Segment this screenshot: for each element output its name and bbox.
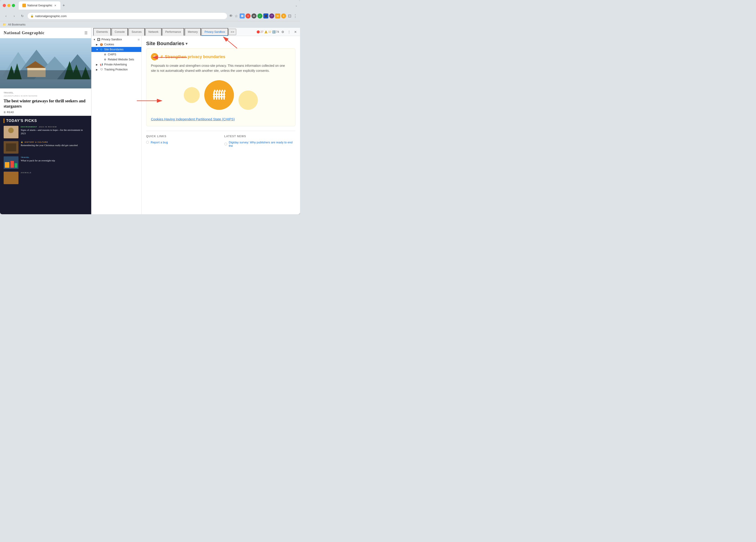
list-item[interactable]: ANIMALS — [4, 172, 88, 184]
pick-title: What to pack for an overnight trip — [21, 159, 88, 162]
bookmarks-label[interactable]: All Bookmarks — [8, 23, 26, 26]
collapse-icon: ▼ — [96, 48, 99, 51]
pick-tag: ANIMALS — [21, 172, 88, 174]
forward-button[interactable]: › — [11, 13, 17, 19]
circle-decoration-1 — [184, 87, 200, 103]
back-button[interactable]: ‹ — [3, 13, 9, 19]
settings-button[interactable]: ⚙ — [280, 29, 285, 35]
menu-icon[interactable]: ☰ — [84, 31, 88, 35]
pick-content: ANIMALS — [21, 172, 88, 174]
extension-icon-2[interactable]: ● — [246, 13, 251, 18]
quick-links-column: QUICK LINKS Report a bug — [146, 135, 217, 148]
browser-tab[interactable]: National Geographic ✕ — [19, 1, 60, 10]
profile-icon[interactable]: ⊡ — [288, 13, 291, 18]
tab-network[interactable]: Network — [145, 28, 162, 36]
bookmarks-icon: 📁 — [3, 23, 6, 26]
report-bug-link[interactable]: Report a bug — [146, 141, 217, 144]
tree-label: Related Website Sets — [108, 58, 134, 61]
privacy-sandbox-icon: 🔲 — [97, 38, 101, 41]
svg-marker-29 — [218, 89, 221, 92]
list-item[interactable]: 🔒 HISTORY & CULTURE Remembering the year… — [4, 141, 88, 154]
info-badge: ℹ️ 74 — [272, 30, 279, 34]
hero-read-button[interactable]: ☰ READ — [4, 111, 88, 114]
tree-item-private-advertising[interactable]: ▶ 📢 Private Advertising — [91, 62, 141, 67]
svg-rect-26 — [223, 92, 225, 100]
site-boundaries-icon: 🔷 — [100, 48, 103, 51]
tab-memory[interactable]: Memory — [185, 28, 201, 36]
pick-tag: ENVIRONMENT 2023 IN REVIEW — [21, 126, 88, 128]
link-dot-icon — [146, 141, 149, 144]
link-dot-icon — [224, 143, 227, 145]
more-tabs-button[interactable]: >> — [229, 29, 236, 35]
tree-item-chips[interactable]: ⚙ CHIPS — [91, 52, 141, 57]
toolbar: ‹ › ↻ 🔒 nationalgeographic.com 👁 ☆ ⬜ ● 2… — [0, 11, 300, 21]
address-bar[interactable]: 🔒 nationalgeographic.com — [27, 13, 227, 19]
minimize-button[interactable] — [7, 4, 10, 7]
star-icon[interactable]: ☆ — [235, 14, 238, 18]
close-devtools-button[interactable]: ✕ — [293, 29, 298, 35]
reload-button[interactable]: ↻ — [19, 13, 26, 19]
tab-console[interactable]: Console — [111, 28, 128, 36]
svg-rect-25 — [221, 92, 222, 100]
new-tab-button[interactable]: + — [60, 2, 67, 9]
list-item[interactable]: TRAVEL What to pack for an overnight tri… — [4, 156, 88, 169]
svg-marker-27 — [213, 89, 216, 92]
maximize-button[interactable] — [12, 4, 15, 7]
tab-title: National Geographic — [27, 4, 52, 7]
today-picks: TODAY'S PICKS ENVIRONMENT 2023 IN REVIEW… — [0, 116, 91, 214]
devtools-actions: 🔴 27 ⚠️ 32 ℹ️ 74 ⚙ ⋮ ✕ — [256, 29, 298, 35]
tab-elements[interactable]: Elements — [93, 28, 111, 36]
svg-rect-16 — [6, 143, 16, 151]
info-card-header: B # Strengthen privacy boundaries — [151, 53, 291, 60]
section-title: Site Boundaries ▾ — [146, 41, 187, 46]
more-icon[interactable]: ⋮ — [293, 13, 297, 18]
bottom-section: QUICK LINKS Report a bug LATEST NEWS — [146, 131, 295, 148]
extension-icon-4[interactable]: ⬛ — [263, 13, 268, 18]
chips-icon: ⚙ — [103, 53, 107, 56]
news-item-link[interactable]: Digiday survey: Why publishers are ready… — [224, 141, 296, 147]
tree-item-site-boundaries[interactable]: ▼ 🔷 Site Boundaries — [91, 47, 141, 52]
kebab-menu-button[interactable]: ⋮ — [286, 29, 292, 35]
hamburger-icon: ☰ — [4, 111, 6, 114]
extension-icon-1[interactable]: ⬜ — [240, 13, 245, 18]
tree-item-related-website-sets[interactable]: ⚙ Related Website Sets — [91, 57, 141, 62]
svg-rect-33 — [213, 96, 225, 97]
svg-marker-30 — [221, 89, 224, 92]
tracking-icon: 🛡 — [100, 68, 103, 71]
expand-icon: ▶ — [96, 43, 99, 46]
eye-icon: 👁 — [229, 14, 233, 18]
list-item[interactable]: ENVIRONMENT 2023 IN REVIEW Signs of alar… — [4, 126, 88, 138]
address-text: nationalgeographic.com — [35, 14, 67, 18]
tree-label: Site Boundaries — [104, 48, 124, 51]
traffic-lights — [3, 4, 15, 7]
svg-rect-12 — [0, 70, 91, 88]
tab-sources[interactable]: Sources — [128, 28, 145, 36]
extension-icon-3[interactable]: ✓ — [257, 13, 262, 18]
tab-performance[interactable]: Performance — [162, 28, 184, 36]
tree-item-tracking-protection[interactable]: ▶ 🛡 Tracking Protection — [91, 67, 141, 72]
warning-badge: ⚠️ 32 — [264, 30, 271, 34]
svg-rect-32 — [213, 94, 225, 95]
svg-marker-28 — [216, 89, 219, 92]
hero-illustration — [0, 38, 91, 88]
dropdown-chevron[interactable]: ▾ — [186, 41, 187, 46]
tree-item-privacy-sandbox[interactable]: ▼ 🔲 Privacy Sandbox ⊞ — [91, 37, 141, 42]
tree-item-cookies[interactable]: ▶ 🍪 Cookies — [91, 42, 141, 47]
info-card: B # Strengthen privacy boundaries Propos… — [146, 48, 295, 126]
pick-tag: TRAVEL — [21, 156, 88, 158]
close-button[interactable] — [3, 4, 6, 7]
tab-privacy-sandbox[interactable]: Privacy Sandbox — [201, 28, 228, 36]
advertising-icon: 📢 — [100, 63, 103, 66]
site-logo: National Geographic — [4, 31, 45, 35]
error-badge: 🔴 27 — [256, 30, 263, 34]
hash-symbol: # — [161, 54, 163, 59]
extension-icon-5[interactable]: 🛡 — [269, 13, 274, 18]
pick-title: Remembering the year Christmas really di… — [21, 144, 88, 147]
info-card-title: # Strengthen privacy boundaries — [161, 54, 225, 59]
extension-icon-6[interactable]: ★ — [281, 13, 286, 18]
pick-content: ENVIRONMENT 2023 IN REVIEW Signs of alar… — [21, 126, 88, 135]
chips-link[interactable]: Cookies Having Independent Partitioned S… — [151, 117, 235, 121]
svg-rect-23 — [216, 92, 217, 100]
tab-close-button[interactable]: ✕ — [54, 4, 57, 7]
expand-icon: ▶ — [96, 68, 99, 71]
